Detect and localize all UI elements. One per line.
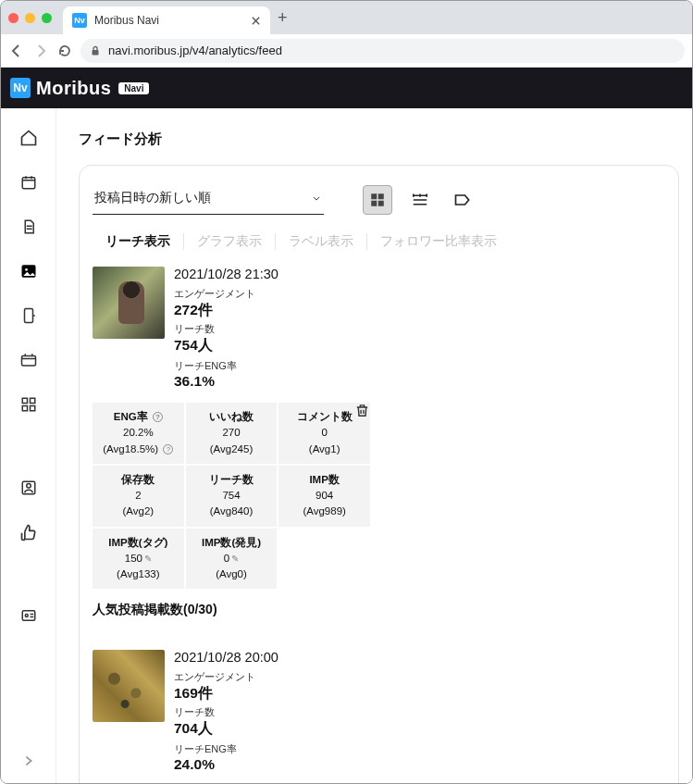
tab-label[interactable]: ラベル表示 xyxy=(276,224,366,259)
nav-badge-icon[interactable] xyxy=(18,604,40,627)
browser-toolbar: navi.moribus.jp/v4/analytics/feed xyxy=(1,34,692,68)
tab-reach[interactable]: リーチ表示 xyxy=(93,224,183,259)
logo-text: Moribus xyxy=(36,78,111,99)
post-thumbnail[interactable] xyxy=(93,267,165,339)
stats-grid: ENG率 ?20.2%(Avg18.5%) ? いいね数 270 (Avg245… xyxy=(93,403,370,589)
view-list-button[interactable] xyxy=(405,185,435,215)
view-tag-button[interactable] xyxy=(448,185,477,215)
engagement-value: 169件 xyxy=(174,684,370,703)
svg-rect-9 xyxy=(30,406,34,411)
nav-profile-icon[interactable] xyxy=(18,477,40,499)
stat-cell: 保存数 2 (Avg2) xyxy=(93,466,184,527)
tab-follower-ratio[interactable]: フォロワー比率表示 xyxy=(367,224,510,259)
lock-icon xyxy=(90,45,101,56)
svg-point-3 xyxy=(25,268,28,271)
window-minimize-dot[interactable] xyxy=(25,13,35,23)
nav-home-icon[interactable] xyxy=(18,127,40,149)
reach-label: リーチ数 xyxy=(174,705,370,719)
stat-cell: リーチ数 754 (Avg840) xyxy=(186,466,278,527)
address-bar[interactable]: navi.moribus.jp/v4/analytics/feed xyxy=(80,39,685,63)
svg-rect-6 xyxy=(22,398,27,403)
engagement-label: エンゲージメント xyxy=(174,287,370,301)
svg-point-13 xyxy=(25,615,28,617)
post-thumbnail[interactable] xyxy=(93,650,165,722)
browser-tab-title: Moribus Navi xyxy=(94,14,243,27)
reach-label: リーチ数 xyxy=(174,322,370,336)
display-tabs: リーチ表示 グラフ表示 ラベル表示 フォロワー比率表示 xyxy=(93,224,665,259)
post-card: 2021/10/28 21:30 エンゲージメント 272件 リーチ数 754人… xyxy=(93,267,370,628)
stat-cell: ENG率 ?20.2%(Avg18.5%) ? xyxy=(93,403,184,464)
stat-cell: IMP数 904 (Avg989) xyxy=(278,466,370,527)
nav-document-icon[interactable] xyxy=(18,216,40,238)
side-nav xyxy=(1,108,56,783)
sort-label: 投稿日時の新しい順 xyxy=(94,190,211,206)
nav-phone-icon[interactable] xyxy=(18,305,40,327)
nav-video-icon[interactable] xyxy=(18,349,40,371)
window-zoom-dot[interactable] xyxy=(42,13,52,23)
reach-eng-value: 24.0% xyxy=(174,756,370,773)
reach-value: 754人 xyxy=(174,336,370,355)
chevron-down-icon xyxy=(313,196,320,201)
svg-rect-7 xyxy=(30,398,34,403)
svg-point-11 xyxy=(26,484,31,489)
back-icon[interactable] xyxy=(8,43,25,59)
logo-badge-icon: Nv xyxy=(10,78,31,98)
svg-rect-1 xyxy=(22,178,35,189)
nav-grid-icon[interactable] xyxy=(18,393,40,416)
favicon-icon: Nv xyxy=(72,13,87,28)
svg-rect-14 xyxy=(371,193,377,199)
reload-icon[interactable] xyxy=(56,43,73,59)
reach-eng-value: 36.1% xyxy=(174,373,370,390)
svg-rect-15 xyxy=(378,193,384,199)
stat-cell: IMP数(発見)0✎(Avg0) xyxy=(186,529,278,590)
engagement-value: 272件 xyxy=(174,301,370,320)
svg-rect-5 xyxy=(21,356,35,367)
svg-rect-0 xyxy=(93,50,99,56)
forward-icon[interactable] xyxy=(32,43,49,59)
stat-cell: IMP数(タグ)150✎(Avg133) xyxy=(93,529,184,590)
browser-tab-bar: Nv Moribus Navi + xyxy=(1,1,692,34)
svg-rect-17 xyxy=(378,200,384,205)
page-title: フィード分析 xyxy=(79,131,679,148)
post-card: 2021/10/28 20:00 エンゲージメント 169件 リーチ数 704人… xyxy=(93,650,370,783)
post-datetime: 2021/10/28 20:00 xyxy=(174,650,370,665)
app-header: Nv Moribus Navi xyxy=(1,68,692,108)
close-tab-icon[interactable] xyxy=(251,16,261,26)
svg-rect-8 xyxy=(22,406,27,411)
stat-cell: いいね数 270 (Avg245) xyxy=(186,403,278,464)
browser-tab[interactable]: Nv Moribus Navi xyxy=(63,6,270,34)
nav-image-icon[interactable] xyxy=(18,260,40,282)
delete-button[interactable] xyxy=(354,403,370,421)
popular-posts-count: 人気投稿掲載数(0/30) xyxy=(93,602,370,618)
nav-expand-icon[interactable] xyxy=(18,750,40,772)
view-grid-button[interactable] xyxy=(363,185,392,215)
engagement-label: エンゲージメント xyxy=(174,670,370,684)
reach-value: 704人 xyxy=(174,719,370,739)
tab-graph[interactable]: グラフ表示 xyxy=(184,224,275,259)
post-datetime: 2021/10/28 21:30 xyxy=(174,267,370,281)
reach-eng-label: リーチENG率 xyxy=(174,742,370,756)
url-text: navi.moribus.jp/v4/analytics/feed xyxy=(108,44,282,57)
new-tab-button[interactable]: + xyxy=(278,8,288,28)
reach-eng-label: リーチENG率 xyxy=(174,359,370,373)
main-content: フィード分析 投稿日時の新しい順 リーチ表示 グラフ表示 xyxy=(56,108,692,783)
nav-calendar-icon[interactable] xyxy=(18,171,40,193)
window-close-dot[interactable] xyxy=(8,13,19,23)
svg-rect-4 xyxy=(24,309,32,323)
svg-rect-16 xyxy=(371,200,377,205)
nav-like-icon[interactable] xyxy=(18,521,40,543)
sort-dropdown[interactable]: 投稿日時の新しい順 xyxy=(93,184,324,215)
logo-pill: Navi xyxy=(118,82,149,94)
